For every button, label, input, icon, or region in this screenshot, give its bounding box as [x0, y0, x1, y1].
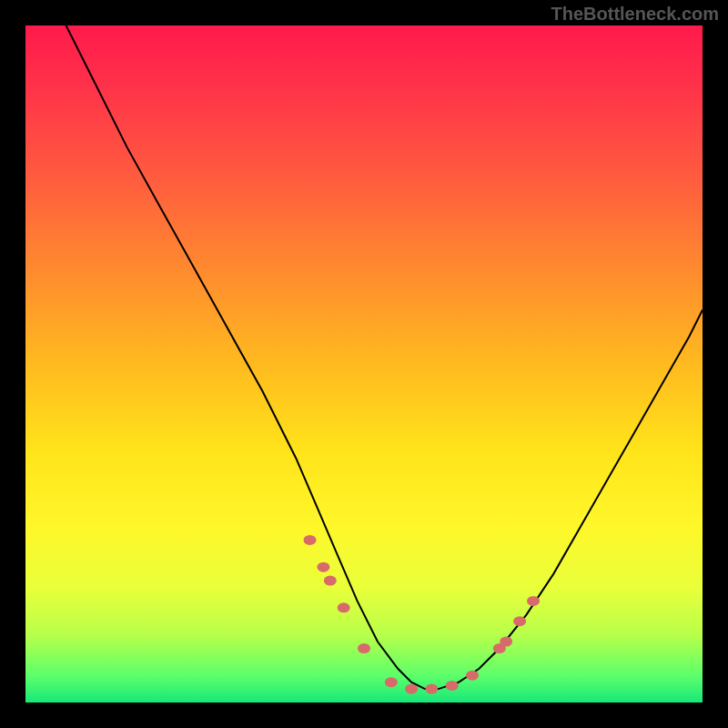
highlight-dot — [317, 562, 329, 572]
highlight-dot — [304, 535, 317, 545]
highlight-dot — [500, 637, 512, 647]
highlight-dot — [358, 643, 370, 653]
chart-frame: TheBottleneck.com — [0, 0, 728, 728]
highlight-dot — [405, 684, 418, 694]
watermark-text: TheBottleneck.com — [551, 4, 719, 25]
highlight-dot — [425, 684, 438, 694]
highlight-dot — [385, 677, 398, 687]
highlight-dot — [527, 596, 540, 606]
highlight-dot — [513, 616, 526, 626]
highlight-dot — [466, 671, 479, 681]
highlight-dot — [338, 602, 350, 612]
bottleneck-curve — [66, 25, 703, 689]
highlight-dot — [446, 681, 459, 691]
plot-area — [25, 25, 703, 703]
highlight-dot — [324, 576, 337, 586]
chart-svg — [25, 25, 703, 703]
